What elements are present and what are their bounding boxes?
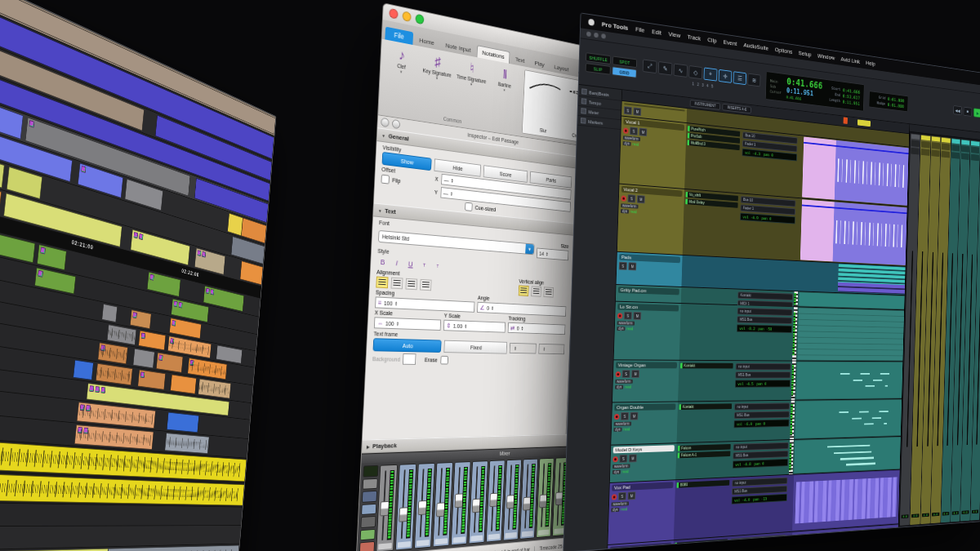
record-enable-button[interactable] <box>612 456 617 462</box>
menu-item-view[interactable]: View <box>668 30 680 39</box>
stop-button[interactable]: ■ <box>964 106 973 116</box>
stepper-arrows[interactable]: ▲▼ <box>394 300 398 306</box>
erase-checkbox[interactable] <box>440 355 448 364</box>
clip[interactable] <box>156 353 183 373</box>
clip[interactable] <box>792 470 900 530</box>
track-view-selector[interactable]: waveform <box>612 501 629 506</box>
zoom-preset-1[interactable]: 1 <box>692 82 694 87</box>
stepper-arrows[interactable]: ▲▼ <box>543 346 546 351</box>
spinner-field[interactable]: ⇕1.00▲▼ <box>443 320 506 333</box>
align-center-button[interactable] <box>390 278 403 290</box>
menu-item-track[interactable]: Track <box>687 33 701 42</box>
stepper-arrows[interactable]: ▲▼ <box>465 323 468 329</box>
insert-plugin[interactable]: Falcon A-1 <box>678 451 731 458</box>
valign-middle-button[interactable] <box>531 286 541 296</box>
column-header-instrument[interactable]: INSTRUMENT <box>690 100 721 110</box>
clip[interactable] <box>107 324 136 344</box>
apple-menu-icon[interactable] <box>588 19 595 26</box>
track-view-selector[interactable]: waveform <box>612 464 630 469</box>
channel-fader[interactable] <box>927 252 933 446</box>
track-name[interactable]: Vintage Organ <box>616 362 677 368</box>
subscript-button[interactable]: T <box>432 260 443 272</box>
minimize-window-icon[interactable] <box>402 11 411 22</box>
playhead-marker[interactable] <box>844 117 848 124</box>
stepper-arrows[interactable]: ▲▼ <box>491 305 493 311</box>
menu-item-pro-tools[interactable]: Pro Tools <box>602 20 629 32</box>
clip[interactable] <box>138 370 166 390</box>
solo-button[interactable]: S <box>621 412 629 420</box>
frame-fixed-button[interactable]: Fixed <box>443 340 507 354</box>
io-assignment[interactable]: no input <box>737 308 793 316</box>
valign-top-button[interactable] <box>519 285 529 296</box>
superscript-button[interactable]: T <box>419 258 430 270</box>
record-enable-button[interactable] <box>623 127 628 133</box>
mute-button[interactable]: M <box>630 412 638 420</box>
solo-button[interactable]: S <box>619 262 627 270</box>
mixer-tool-button[interactable] <box>360 516 376 528</box>
spinner-field[interactable]: ⇄0▲▼ <box>508 322 566 335</box>
mute-button[interactable]: M <box>628 262 636 270</box>
io-assignment[interactable]: no input <box>733 442 789 451</box>
solo-button[interactable]: S <box>624 106 632 115</box>
track-view-selector[interactable]: waveform <box>615 380 632 384</box>
time-signature-button[interactable]: ♮Time Signature▾ <box>455 56 488 121</box>
menu-item-edit[interactable]: Edit <box>652 28 662 36</box>
stepper-arrows[interactable]: ▲▼ <box>450 191 453 197</box>
spinner-field[interactable]: ▲▼ <box>538 344 564 354</box>
io-assignment[interactable]: no input <box>730 535 786 545</box>
clip[interactable] <box>227 213 243 236</box>
solo-button[interactable]: S <box>618 492 626 500</box>
clip[interactable] <box>165 433 209 454</box>
clip[interactable] <box>130 309 151 329</box>
channel-fader[interactable] <box>957 254 964 445</box>
clip[interactable] <box>167 412 199 433</box>
spinner-field[interactable]: ▲▼ <box>510 343 537 354</box>
io-assignment[interactable]: no input <box>736 363 791 370</box>
menu-item-avid-link[interactable]: Avid Link <box>840 56 860 64</box>
clip[interactable] <box>171 375 197 394</box>
track-name[interactable]: Gritty Pad.cm <box>618 287 679 295</box>
clip[interactable] <box>838 264 906 294</box>
tool-button-4[interactable]: ⌖ <box>704 67 718 81</box>
close-window-icon[interactable] <box>586 31 591 37</box>
key-signature-button[interactable]: ♯Key Signature▾ <box>420 50 453 115</box>
mute-button[interactable]: M <box>639 127 647 136</box>
clip[interactable] <box>799 292 904 309</box>
clip[interactable] <box>795 400 902 438</box>
close-window-icon[interactable] <box>389 8 398 20</box>
menu-item-event[interactable]: Event <box>724 38 737 47</box>
tool-button-1[interactable]: ✎ <box>658 61 673 76</box>
menu-item-audiosuite[interactable]: AudioSuite <box>743 41 768 51</box>
automation-mode-selector[interactable]: dyn <box>612 470 621 474</box>
gallery-item-slur[interactable]: Slur <box>525 73 564 137</box>
nav-forward-icon[interactable] <box>392 119 400 129</box>
rewind-button[interactable]: ◀◀ <box>953 105 962 115</box>
menu-item-file[interactable]: File <box>635 25 645 33</box>
background-color-swatch[interactable] <box>403 353 416 365</box>
menu-item-window[interactable]: Window <box>817 52 835 61</box>
insert-plugin[interactable]: B080 <box>677 480 730 488</box>
track-name[interactable]: Model D Keys <box>613 445 675 453</box>
mute-button[interactable]: M <box>633 107 641 116</box>
io-assignment[interactable]: MS1 Bus <box>733 451 788 460</box>
io-assignment[interactable]: Kontakt <box>737 291 793 300</box>
automation-mode-selector[interactable]: dyn <box>613 428 621 432</box>
mute-button[interactable]: M <box>629 454 637 462</box>
insert-plugin[interactable]: Kontakt <box>680 363 733 369</box>
solo-button[interactable]: S <box>622 370 630 378</box>
automation-mode-selector[interactable]: dyn <box>611 508 619 513</box>
clip[interactable] <box>106 545 239 551</box>
insert-plugin[interactable]: Kontakt <box>679 403 732 410</box>
column-header-inserts-a-e[interactable]: INSERTS A-E <box>723 104 751 113</box>
solo-button[interactable]: S <box>627 194 635 202</box>
track-name[interactable]: Organ Double <box>614 403 675 411</box>
channel-fader[interactable] <box>977 255 980 444</box>
record-enable-button[interactable] <box>614 414 619 420</box>
play-button[interactable]: ▶ <box>973 108 980 118</box>
barline-button[interactable]: ‖Barline▾ <box>488 63 519 126</box>
tool-button-2[interactable]: ∿ <box>674 64 688 78</box>
record-enable-button[interactable] <box>617 313 622 318</box>
stepper-arrows[interactable]: ▲▼ <box>514 345 516 351</box>
io-assignment[interactable]: MS1 Bus <box>737 316 792 324</box>
automation-mode-selector[interactable]: dyn <box>621 209 629 214</box>
